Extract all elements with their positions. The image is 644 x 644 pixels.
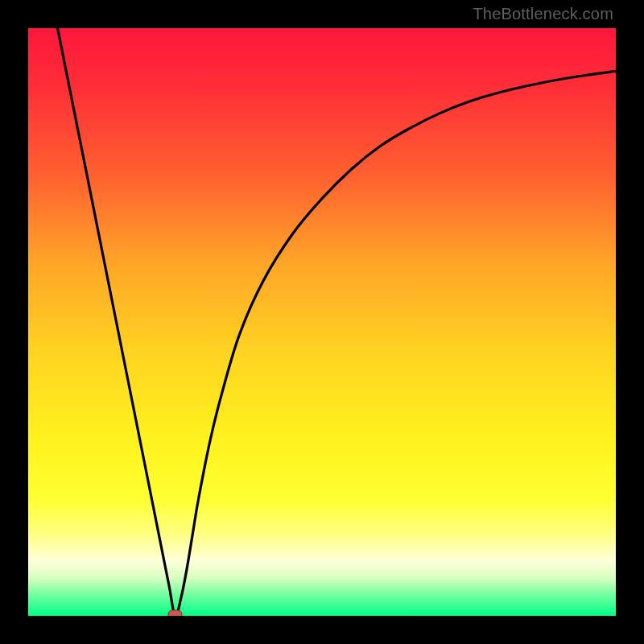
chart-frame: TheBottleneck.com [0,0,644,644]
curve-layer [28,28,616,616]
watermark-text: TheBottleneck.com [473,5,613,23]
plot-area [28,28,616,616]
minimum-marker [168,610,182,616]
bottleneck-curve [58,28,617,616]
